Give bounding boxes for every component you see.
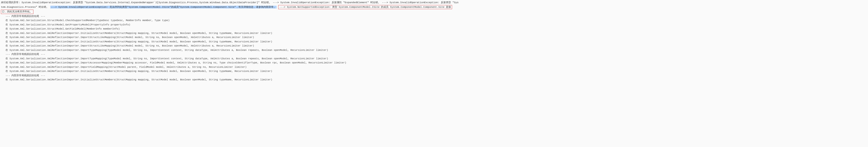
stack-trace-line: 在 System.Xml.Serialization.XmlReflection…: [1, 78, 867, 82]
stack-trace-line: 在 System.Xml.Serialization.StructModel.G…: [1, 27, 867, 31]
stack-trace-line: 在 System.Xml.Serialization.XmlReflection…: [1, 39, 867, 44]
stack-trace-line: 在 System.Xml.Serialization.XmlReflection…: [1, 61, 867, 65]
exception-log-container: 未经处理的异常: System.InvalidOperationExceptio…: [0, 0, 868, 82]
exception-header-line-1: 未经处理的异常: System.InvalidOperationExceptio…: [1, 0, 867, 5]
exception-error-1: 时出错。 ---> System.InvalidOperationExcepti…: [261, 1, 342, 4]
exception-type-2-cont: tem.Diagnostics.Process": [1, 6, 37, 8]
exception-property: "ExpandedElement": [343, 1, 369, 4]
exception-type-2-partial: "Sys: [453, 1, 459, 4]
stack-trace-line: 在 System.Xml.Serialization.XmlReflection…: [1, 35, 867, 39]
highlighted-exception[interactable]: ---> System.InvalidOperationException: 无…: [50, 6, 277, 8]
exception-prefix: 未经处理的异常: System.InvalidOperationExceptio…: [1, 1, 83, 4]
stack-trace-line: --- 内部异常堆栈跟踪的结尾 ---: [1, 74, 867, 78]
exception-header-line-3: 口，因此无法将其序列化。: [1, 9, 867, 14]
stack-trace-line: 在 System.Xml.Serialization.XmlReflection…: [1, 48, 867, 53]
stack-trace-line: 在 System.Xml.Serialization.StructModel.C…: [1, 18, 867, 23]
stack-trace-line: 在 System.Xml.Serialization.StructModel.G…: [1, 23, 867, 27]
stack-trace-line: --- 内部异常堆栈跟踪的结尾 ---: [1, 52, 867, 57]
boxed-exception-2: 口，因此无法将其序列化。: [1, 10, 33, 14]
exception-header-line-2: tem.Diagnostics.Process" 时出错。 ---> Syste…: [1, 5, 867, 10]
stack-trace-line: 在 System.Xml.Serialization.XmlReflection…: [1, 31, 867, 35]
boxed-exception-1: ---> System.NotSupportedException: 类型 Sy…: [278, 5, 452, 9]
stack-trace-line: 在 System.Xml.Serialization.XmlReflection…: [1, 57, 867, 61]
stack-trace-line: 在 System.Xml.Serialization.XmlReflection…: [1, 44, 867, 48]
exception-type-1: "System.Data.Services.Internal.ExpandedW…: [85, 1, 260, 4]
stack-trace-line: 在 System.Xml.Serialization.XmlReflection…: [1, 65, 867, 69]
exception-error-2: 时出错。 ---> System.InvalidOperationExcepti…: [370, 1, 451, 4]
stack-trace-line: 在 System.Xml.Serialization.XmlReflection…: [1, 69, 867, 74]
stack-trace-line: --- 内部异常堆栈跟踪的结尾 ---: [1, 14, 867, 19]
exception-error-3: 时出错。: [39, 6, 49, 8]
